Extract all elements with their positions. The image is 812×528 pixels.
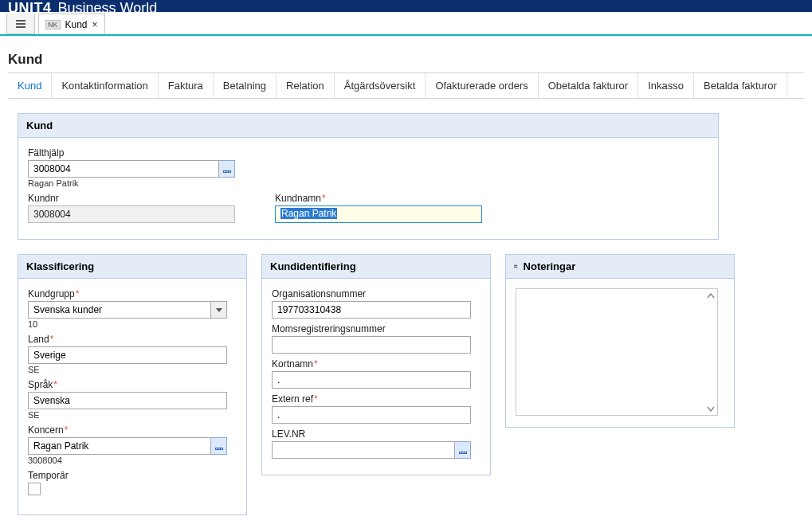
label-kundnr: Kundnr [28, 193, 235, 204]
subtab-relation[interactable]: Relation [277, 73, 335, 98]
svg-point-5 [226, 171, 228, 173]
kundnr-input [28, 205, 235, 223]
kundnamn-input[interactable]: Ragan Patrik [275, 205, 482, 223]
field-faelthjaelp: Fälthjälp Ragan Patrik [28, 147, 708, 188]
svg-point-10 [218, 448, 220, 450]
svg-marker-7 [216, 308, 222, 312]
faelthjaelp-combo [28, 160, 235, 178]
label-faelthjaelp: Fälthjälp [28, 147, 708, 158]
label-orgnr: Organisationsnummer [272, 288, 481, 299]
label-kundgrupp: Kundgrupp [28, 288, 237, 299]
lookup-icon [223, 165, 231, 173]
subtab-strip: Kund Kontaktinformation Faktura Betalnin… [8, 72, 804, 99]
faelthjaelp-lookup-button[interactable] [219, 160, 235, 178]
label-externref: Extern ref [272, 393, 481, 405]
panel-noteringar: « Noteringar [505, 254, 735, 428]
kundgrupp-subtext: 10 [28, 319, 237, 329]
main-menu-button[interactable] [6, 14, 35, 34]
svg-rect-0 [16, 20, 25, 22]
externref-input[interactable] [272, 406, 471, 424]
chevron-down-icon [216, 307, 222, 313]
koncern-input[interactable] [28, 437, 211, 455]
kundnamn-value: Ragan Patrik [280, 208, 337, 219]
subtab-atgardsoversikt[interactable]: Åtgärdsöversikt [335, 73, 426, 98]
svg-rect-2 [16, 26, 25, 28]
faelthjaelp-subtext: Ragan Patrik [28, 178, 708, 188]
subtab-obetalda-fakturor[interactable]: Obetalda fakturor [539, 73, 638, 98]
form-area: Kund Fälthjälp [8, 99, 804, 515]
close-icon[interactable]: × [92, 19, 98, 30]
label-moms: Momsregistreringsnummer [272, 323, 481, 334]
moms-input[interactable] [272, 336, 471, 354]
document-tab-kund[interactable]: NK Kund × [38, 14, 105, 34]
panel-noteringar-title: Noteringar [524, 260, 576, 272]
panel-klassificering-header: Klassificering [18, 255, 246, 279]
notes-textarea[interactable] [516, 288, 718, 416]
app-title-light: Business World [58, 0, 158, 12]
orgnr-input[interactable] [272, 301, 471, 319]
svg-point-15 [465, 452, 466, 454]
svg-point-9 [216, 448, 218, 450]
document-tabstrip: NK Kund × [0, 12, 812, 36]
page-title: Kund [8, 52, 804, 72]
svg-point-14 [462, 452, 464, 454]
svg-point-4 [224, 171, 226, 173]
collapse-icon[interactable]: « [512, 264, 520, 269]
sprak-subtext: SE [28, 410, 237, 420]
notes-scrollbar[interactable] [704, 289, 717, 415]
label-kortnamn: Kortnamn [272, 358, 481, 370]
subtab-betalda-fakturor[interactable]: Betalda fakturor [694, 73, 787, 98]
faelthjaelp-input[interactable] [28, 160, 219, 178]
koncern-subtext: 3008004 [28, 456, 237, 465]
document-tab-label: Kund [65, 19, 88, 30]
label-kundnamn: Kundnamn [275, 193, 482, 204]
sprak-input[interactable] [28, 392, 227, 409]
svg-point-6 [229, 171, 230, 173]
panel-noteringar-header: « Noteringar [506, 255, 734, 279]
svg-rect-1 [16, 23, 25, 25]
panel-kund: Kund Fälthjälp [18, 113, 719, 240]
land-subtext: SE [28, 365, 237, 374]
panel-kund-header: Kund [18, 114, 718, 138]
lookup-icon [215, 442, 223, 450]
scroll-down-icon[interactable] [704, 401, 717, 415]
app-title-bold: UNIT4 [8, 0, 52, 12]
field-kundnr: Kundnr [28, 193, 235, 223]
subtab-faktura[interactable]: Faktura [159, 73, 214, 98]
subtab-ofakturerade-orders[interactable]: Ofakturerade orders [426, 73, 538, 98]
subtab-inkasso[interactable]: Inkasso [638, 73, 694, 98]
panel-kund-body: Fälthjälp Ragan Patrik [18, 138, 718, 239]
panel-kundidentifiering: Kundidentifiering Organisationsnummer Mo… [261, 254, 491, 475]
svg-point-13 [460, 452, 461, 454]
document-tab-badge: NK [45, 20, 61, 29]
kundgrupp-select[interactable] [28, 301, 211, 319]
label-koncern: Koncern [28, 424, 237, 436]
subtab-kund[interactable]: Kund [8, 73, 52, 98]
levnr-lookup-button[interactable] [455, 441, 471, 459]
field-kundnamn: Kundnamn Ragan Patrik [275, 193, 482, 223]
app-topbar: UNIT4 Business World [0, 0, 812, 12]
panel-klassificering: Klassificering Kundgrupp 10 Land [18, 254, 247, 515]
scroll-up-icon[interactable] [704, 289, 717, 303]
content-area: Kund Kund Kontaktinformation Faktura Bet… [0, 36, 812, 515]
hamburger-icon [15, 18, 26, 29]
kortnamn-input[interactable] [272, 371, 471, 389]
lookup-icon [459, 446, 467, 454]
panel-kundidentifiering-header: Kundidentifiering [262, 255, 490, 279]
label-land: Land [28, 334, 237, 345]
temporar-checkbox[interactable] [28, 483, 41, 495]
subtab-betalning[interactable]: Betalning [214, 73, 277, 98]
label-levnr: LEV.NR [272, 428, 481, 440]
kundgrupp-dropdown-button[interactable] [211, 301, 227, 319]
label-sprak: Språk [28, 379, 237, 390]
koncern-lookup-button[interactable] [211, 437, 227, 455]
subtab-kontaktinformation[interactable]: Kontaktinformation [52, 73, 158, 98]
label-temporar: Temporär [28, 470, 237, 481]
land-input[interactable] [28, 346, 227, 364]
svg-point-11 [221, 448, 222, 450]
levnr-input[interactable] [272, 441, 455, 459]
